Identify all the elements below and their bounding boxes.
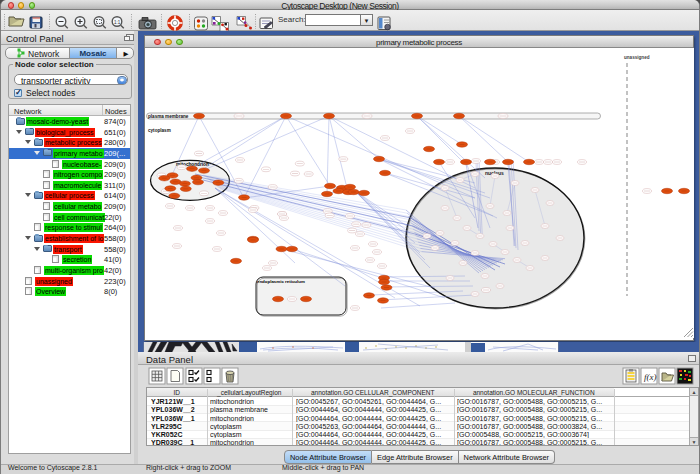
svg-text:plasma membrane: plasma membrane	[148, 114, 189, 119]
svg-text:unassigned: unassigned	[624, 55, 650, 60]
svg-text:cytoplasm: cytoplasm	[148, 128, 171, 133]
svg-text:1:1: 1:1	[114, 19, 121, 24]
svg-text:endoplasmic reticulum: endoplasmic reticulum	[257, 279, 305, 284]
svg-text:f(x): f(x)	[644, 372, 657, 382]
